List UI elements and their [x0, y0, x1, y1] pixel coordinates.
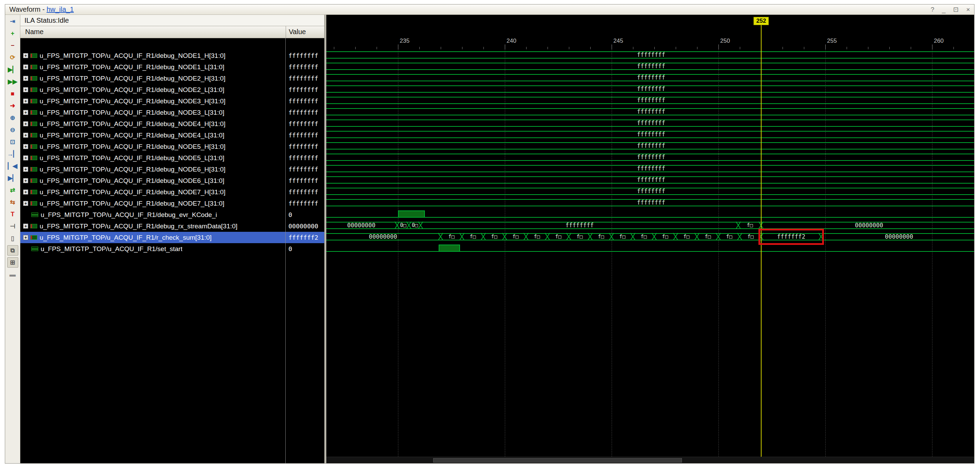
goto-cursor-button[interactable]: →▏ [7, 149, 18, 159]
bus-segment: ffffffff [421, 222, 738, 229]
goto-start-button[interactable]: ▏◀ [7, 161, 18, 171]
run-all-button[interactable]: ▶▶ [7, 76, 18, 87]
float-window-button[interactable]: ⧉ [7, 245, 18, 255]
expand-toggle[interactable]: + [23, 223, 28, 229]
bus-segment: f□ [740, 233, 761, 240]
bus-segment: f□ [590, 233, 612, 240]
signal-row[interactable]: +u_FPS_MITGTP_TOP/u_ACQU_IF_R1/debug_rx_… [20, 220, 324, 232]
add-probe-icon: + [11, 30, 14, 37]
signal-row[interactable]: +u_FPS_MITGTP_TOP/u_ACQU_IF_R1/debug_NOD… [20, 84, 324, 95]
name-value-divider[interactable] [285, 38, 286, 463]
signal-row[interactable]: +u_FPS_MITGTP_TOP/u_ACQU_IF_R1/r_check_s… [20, 232, 324, 243]
expand-toggle[interactable]: + [23, 133, 28, 138]
signal-row[interactable]: +u_FPS_MITGTP_TOP/u_ACQU_IF_R1/debug_NOD… [20, 130, 324, 141]
link-cursors-button[interactable]: ⇆ [7, 197, 18, 207]
hw-ila-link[interactable]: hw_ila_1 [46, 5, 74, 13]
bus-segment: f□ [547, 233, 569, 240]
title-prefix: Waveform - [9, 5, 46, 13]
signal-value: ffffffff [286, 152, 324, 163]
expand-toggle[interactable]: + [23, 178, 28, 183]
zoom-out-button[interactable]: ⊖ [7, 125, 18, 135]
signal-row[interactable]: +u_FPS_MITGTP_TOP/u_ACQU_IF_R1/debug_NOD… [20, 141, 324, 152]
signal-name-text: u_FPS_MITGTP_TOP/u_ACQU_IF_R1/debug_NODE… [40, 177, 224, 185]
remove-probe-button[interactable]: − [7, 40, 18, 51]
expand-toggle[interactable]: + [23, 76, 28, 81]
signal-row[interactable]: +u_FPS_MITGTP_TOP/u_ACQU_IF_R1/debug_NOD… [20, 95, 324, 107]
bus-value-label: f□ [448, 234, 455, 240]
close-button[interactable]: × [966, 5, 970, 15]
signal-name: +u_FPS_MITGTP_TOP/u_ACQU_IF_R1/debug_NOD… [20, 75, 286, 82]
bus-value-label: ffffffff [637, 132, 665, 138]
restore-button[interactable]: ⊡ [953, 5, 959, 15]
expand-toggle[interactable]: + [23, 98, 28, 104]
snap-to-transition-button[interactable]: ▯ [7, 233, 18, 244]
add-marker-button[interactable]: ⊣ [7, 221, 18, 231]
expand-toggle[interactable]: + [23, 155, 28, 160]
horizontal-scrollbar[interactable] [326, 457, 974, 463]
bus-value-label: 00000000 [885, 234, 913, 240]
signal-row[interactable]: +u_FPS_MITGTP_TOP/u_ACQU_IF_R1/debug_NOD… [20, 73, 324, 84]
signal-row[interactable]: +u_FPS_MITGTP_TOP/u_ACQU_IF_R1/debug_NOD… [20, 198, 324, 209]
signal-value: ffffffff [286, 73, 324, 84]
signal-name: +u_FPS_MITGTP_TOP/u_ACQU_IF_R1/r_check_s… [20, 234, 286, 241]
expand-toggle[interactable]: + [23, 235, 28, 240]
minimize-button[interactable]: _ [942, 5, 945, 15]
waveform-canvas[interactable]: 235240245250255260ffffffffffffffffffffff… [326, 15, 974, 463]
expand-toggle[interactable]: + [23, 189, 28, 195]
bus-segment: f□ [676, 233, 697, 240]
maximize-pane-button[interactable]: ⊞ [7, 257, 18, 268]
zoom-in-button[interactable]: ⊕ [7, 113, 18, 123]
stop-trigger-button[interactable]: ■ [7, 89, 18, 99]
bus-segment: ffffffff [326, 119, 974, 127]
bus-segment: 00000000 [761, 222, 974, 229]
expand-toggle[interactable]: + [23, 201, 28, 206]
run-trigger-immediate-button[interactable]: ▶▏ [7, 64, 18, 75]
ruler-label: 250 [720, 38, 730, 44]
expand-toggle[interactable]: + [23, 110, 28, 115]
expand-toggle[interactable]: + [23, 144, 28, 149]
run-trigger-setup-button[interactable]: ⇥ [7, 16, 18, 27]
signal-row[interactable]: +u_FPS_MITGTP_TOP/u_ACQU_IF_R1/debug_NOD… [20, 61, 324, 73]
ruler-minor-tick [953, 47, 954, 49]
bus-signal-icon [30, 65, 37, 69]
signal-row[interactable]: u_FPS_MITGTP_TOP/u_ACQU_IF_R1/debug_evr_… [20, 209, 324, 220]
expand-toggle[interactable]: + [23, 87, 28, 92]
trigger-marker-button[interactable]: T [7, 209, 18, 219]
signal-row[interactable]: +u_FPS_MITGTP_TOP/u_ACQU_IF_R1/debug_NOD… [20, 175, 324, 186]
signal-row[interactable]: +u_FPS_MITGTP_TOP/u_ACQU_IF_R1/debug_NOD… [20, 107, 324, 118]
goto-trigger-button[interactable]: ➜ [7, 101, 18, 111]
signal-row[interactable]: +u_FPS_MITGTP_TOP/u_ACQU_IF_R1/debug_NOD… [20, 163, 324, 175]
goto-end-button[interactable]: ▶▏ [7, 173, 18, 183]
bus-value-label: f□ [619, 234, 625, 240]
add-probe-button[interactable]: + [7, 28, 18, 38]
bus-value-label: ffffffff [637, 52, 665, 58]
scrollbar-thumb[interactable] [433, 458, 682, 463]
overflow-menu-button[interactable]: ▬ [7, 269, 18, 280]
bus-segment: ffffffff [326, 86, 974, 93]
swap-cursors-button[interactable]: ⇄ [7, 185, 18, 195]
run-trigger-button[interactable]: ⟳ [7, 52, 18, 63]
signal-name-text: u_FPS_MITGTP_TOP/u_ACQU_IF_R1/debug_NODE… [40, 200, 224, 207]
signal-row[interactable]: +u_FPS_MITGTP_TOP/u_ACQU_IF_R1/debug_NOD… [20, 50, 324, 61]
remove-probe-icon: − [11, 42, 14, 49]
ruler-minor-tick [355, 47, 356, 49]
zoom-fit-button[interactable]: ⊡ [7, 137, 18, 147]
zoom-in-icon: ⊕ [10, 114, 15, 122]
expand-toggle[interactable]: + [23, 121, 28, 127]
bus-signal-icon [30, 156, 37, 160]
signal-row[interactable]: +u_FPS_MITGTP_TOP/u_ACQU_IF_R1/debug_NOD… [20, 152, 324, 163]
cursor-time-label[interactable]: 252 [754, 17, 769, 25]
bus-signal-icon [30, 99, 37, 103]
signal-row[interactable]: +u_FPS_MITGTP_TOP/u_ACQU_IF_R1/debug_NOD… [20, 118, 324, 130]
bus-segment: ffffffff [326, 154, 974, 161]
expand-toggle[interactable]: + [23, 53, 28, 58]
bus-value-label: 00000000 [347, 222, 375, 228]
signal-row[interactable]: +u_FPS_MITGTP_TOP/u_ACQU_IF_R1/debug_NOD… [20, 186, 324, 198]
expand-toggle[interactable]: + [23, 167, 28, 172]
bus-value-label: f□ [726, 234, 732, 240]
signal-tree[interactable]: +u_FPS_MITGTP_TOP/u_ACQU_IF_R1/debug_NOD… [20, 38, 324, 463]
bus-segment: ffffffff [326, 63, 974, 70]
expand-toggle[interactable]: + [23, 64, 28, 70]
help-button[interactable]: ? [931, 5, 934, 15]
signal-row[interactable]: u_FPS_MITGTP_TOP/u_ACQU_IF_R1/set_start0 [20, 243, 324, 255]
